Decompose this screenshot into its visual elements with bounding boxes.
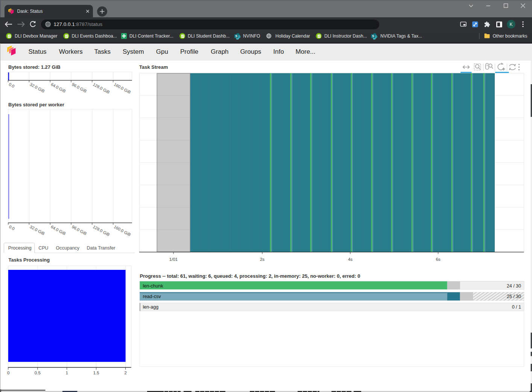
svg-text:Occupancy: Occupancy: [56, 245, 80, 251]
svg-text:len-agg: len-agg: [143, 304, 159, 310]
svg-text:Task Stream: Task Stream: [139, 64, 168, 70]
svg-text:160.0 GiB: 160.0 GiB: [113, 224, 132, 237]
svg-text:K: K: [509, 22, 512, 27]
svg-text:read-csv: read-csv: [143, 294, 161, 299]
svg-text:1/01: 1/01: [169, 257, 178, 262]
svg-text:Progress -- total: 61, waiting: Progress -- total: 61, waiting: 6, queue…: [140, 273, 360, 279]
svg-text:4s: 4s: [348, 257, 353, 262]
svg-text:DLI Content Tracker...: DLI Content Tracker...: [129, 33, 173, 39]
svg-text:DLI Student Dashb...: DLI Student Dashb...: [188, 33, 230, 39]
svg-text:128.0 GiB: 128.0 GiB: [92, 224, 111, 237]
svg-text:96.0 GiB: 96.0 GiB: [71, 224, 87, 236]
svg-text:CPU: CPU: [38, 245, 48, 251]
svg-text:1: 1: [66, 371, 68, 375]
svg-text:6s: 6s: [436, 257, 440, 262]
svg-text:96.0 GiB: 96.0 GiB: [71, 82, 87, 94]
svg-text:DLI Events Dashboa...: DLI Events Dashboa...: [72, 33, 117, 39]
svg-text:S: S: [372, 34, 374, 38]
svg-text:64.0 GiB: 64.0 GiB: [50, 224, 66, 236]
svg-text:len-chunk: len-chunk: [143, 283, 164, 289]
svg-text:64.0 GiB: 64.0 GiB: [50, 82, 66, 94]
svg-text:Bytes stored: 1.27 GiB: Bytes stored: 1.27 GiB: [8, 64, 61, 70]
svg-text:Tasks Processing: Tasks Processing: [9, 257, 50, 263]
svg-text:0.5: 0.5: [35, 371, 41, 375]
svg-text:S: S: [235, 34, 237, 38]
svg-text:128.0 GiB: 128.0 GiB: [92, 82, 111, 95]
svg-text:0.0: 0.0: [8, 82, 15, 89]
svg-text:NVINFO: NVINFO: [243, 33, 260, 39]
svg-text:160.0 GiB: 160.0 GiB: [113, 82, 132, 95]
svg-text:25 / 30: 25 / 30: [507, 294, 521, 299]
svg-text:DLI Devbox Manager: DLI Devbox Manager: [15, 33, 57, 39]
svg-text:2: 2: [124, 371, 126, 375]
svg-text:32.0 GiB: 32.0 GiB: [29, 224, 45, 236]
svg-text:24 / 30: 24 / 30: [507, 283, 521, 289]
svg-text:Other bookmarks: Other bookmarks: [493, 33, 527, 39]
svg-text:2s: 2s: [260, 257, 264, 262]
svg-text:1.5: 1.5: [93, 371, 99, 375]
svg-text:Processing: Processing: [8, 245, 32, 251]
svg-text:0: 0: [7, 371, 9, 375]
svg-text:Bytes stored per worker: Bytes stored per worker: [8, 102, 64, 107]
svg-text:Data Transfer: Data Transfer: [87, 245, 116, 251]
svg-text:0 / 1: 0 / 1: [512, 304, 521, 310]
svg-text:32.0 GiB: 32.0 GiB: [29, 82, 45, 94]
svg-text:0.0: 0.0: [8, 224, 15, 231]
svg-text:Holiday Calendar: Holiday Calendar: [275, 33, 310, 39]
svg-text:NVIDIA Tags & Tax...: NVIDIA Tags & Tax...: [380, 33, 422, 39]
svg-text:DLI Instructor Dash...: DLI Instructor Dash...: [324, 33, 367, 39]
